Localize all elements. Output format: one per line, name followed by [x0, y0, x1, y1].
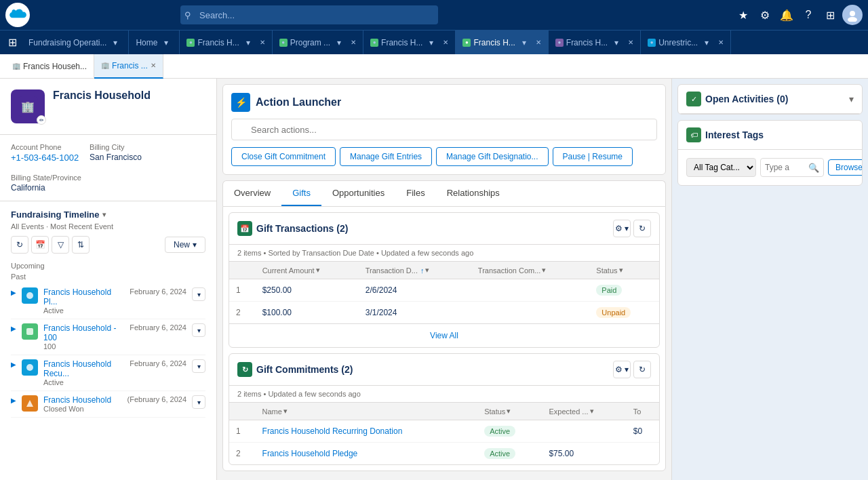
- tab-francis-3-more[interactable]: ▾: [518, 38, 530, 47]
- th-transaction-date[interactable]: Transaction D... ↑ ▾: [359, 262, 471, 279]
- setup-icon[interactable]: ⚙: [755, 5, 774, 24]
- tab-francis-4-close[interactable]: ✕: [628, 39, 633, 46]
- gc-name-link-1[interactable]: Francis Household Recurring Donation: [262, 426, 403, 436]
- timeline-calendar-btn[interactable]: 📅: [31, 236, 49, 254]
- tab-francis-1-more[interactable]: ▾: [242, 38, 254, 47]
- open-activities-expand-icon[interactable]: ▾: [849, 94, 854, 104]
- timeline-expand-3[interactable]: ▶: [11, 361, 16, 368]
- new-button[interactable]: New ▾: [165, 237, 205, 253]
- timeline-sort-btn[interactable]: ⇅: [72, 236, 90, 254]
- phone-value[interactable]: +1-503-645-1002: [11, 153, 79, 163]
- sub-tab-francis-household[interactable]: 🏢 Francis Househ...: [5, 54, 94, 79]
- gift-commitments-refresh-btn[interactable]: ↻: [633, 361, 651, 378]
- tab-francis-2-more[interactable]: ▾: [425, 38, 437, 47]
- tab-francis-2[interactable]: ● Francis H... ▾ ✕: [363, 31, 456, 55]
- gift-transactions-settings-btn[interactable]: ⚙ ▾: [613, 220, 631, 237]
- th-transaction-date-sort-icon[interactable]: ↑: [420, 266, 425, 275]
- timeline-item-title-1[interactable]: Francis Household Pl...: [43, 287, 124, 306]
- sub-tab-label-2: Francis ...: [112, 61, 148, 71]
- timeline-expand-4[interactable]: ▶: [11, 397, 16, 404]
- th-gc-status[interactable]: Status ▾: [477, 403, 542, 420]
- tab-home[interactable]: Home ▾: [129, 31, 180, 55]
- tab-unrestrict-close[interactable]: ✕: [718, 39, 724, 46]
- th-transaction-date-filter-icon[interactable]: ▾: [425, 266, 429, 275]
- th-gc-to[interactable]: To: [627, 403, 659, 420]
- tag-category-select[interactable]: All Tag Cat...: [686, 158, 756, 177]
- tab-francis-3-close[interactable]: ✕: [536, 39, 541, 46]
- timeline-item-title-4[interactable]: Francis Household: [43, 395, 122, 405]
- tab-home-more[interactable]: ▾: [160, 38, 172, 47]
- salesforce-logo[interactable]: [5, 3, 30, 27]
- tab-program-close[interactable]: ✕: [351, 39, 356, 46]
- th-transaction-com-sort-icon[interactable]: ▾: [542, 266, 546, 275]
- timeline-item-action-3[interactable]: ▾: [192, 359, 205, 373]
- tab-unrestrict[interactable]: ● Unrestric... ▾ ✕: [641, 31, 731, 55]
- tab-francis-4-more[interactable]: ▾: [610, 38, 623, 47]
- gift-transactions-refresh-btn[interactable]: ↻: [633, 220, 651, 237]
- th-status-sort-icon[interactable]: ▾: [619, 266, 623, 275]
- tab-files[interactable]: Files: [395, 181, 435, 206]
- favorites-icon[interactable]: ★: [734, 5, 753, 24]
- tab-unrestrict-more[interactable]: ▾: [701, 38, 713, 47]
- timeline-item-action-2[interactable]: ▾: [192, 323, 205, 337]
- timeline-chevron-icon[interactable]: ▾: [102, 211, 106, 218]
- gc-row-status-2: Active: [477, 443, 542, 465]
- timeline-filter-btn[interactable]: ▽: [52, 236, 69, 254]
- timeline-item-action-1[interactable]: ▾: [192, 287, 205, 301]
- timeline-item-action-4[interactable]: ▾: [192, 395, 205, 409]
- tab-overview[interactable]: Overview: [223, 181, 281, 206]
- avatar-edit-icon[interactable]: ✏: [37, 115, 46, 125]
- sub-tab-francis-current[interactable]: 🏢 Francis ... ✕: [94, 54, 163, 79]
- tab-francis-1-close[interactable]: ✕: [260, 39, 265, 46]
- gift-commitments-settings-btn[interactable]: ⚙ ▾: [613, 361, 631, 378]
- timeline-item-title-2[interactable]: Francis Household - 100: [43, 323, 124, 342]
- user-avatar[interactable]: [842, 5, 863, 25]
- billing-state-label: Billing State/Province: [11, 174, 81, 182]
- th-status[interactable]: Status ▾: [589, 262, 659, 279]
- gc-name-link-2[interactable]: Francis Household Pledge: [262, 449, 358, 458]
- tab-dot-2: ●: [370, 39, 378, 47]
- timeline-item-title-3[interactable]: Francis Household Recu...: [43, 359, 124, 378]
- action-search-input[interactable]: [231, 119, 657, 140]
- apps-icon[interactable]: ⊞: [821, 5, 840, 24]
- bell-icon[interactable]: 🔔: [777, 5, 796, 24]
- timeline-expand-1[interactable]: ▶: [11, 289, 16, 296]
- gc-row-name-2[interactable]: Francis Household Pledge: [256, 443, 478, 465]
- tab-francis-2-close[interactable]: ✕: [443, 39, 448, 46]
- app-tab-more[interactable]: ▾: [109, 38, 121, 47]
- close-gift-commitment-btn[interactable]: Close Gift Commitment: [231, 147, 336, 166]
- manage-gift-entries-btn[interactable]: Manage Gift Entries: [340, 147, 432, 166]
- global-search[interactable]: ⚲: [180, 5, 438, 24]
- th-gc-expected-sort-icon[interactable]: ▾: [590, 407, 594, 416]
- tab-opportunities[interactable]: Opportunities: [321, 181, 395, 206]
- tab-francis-4[interactable]: ● Francis H... ▾ ✕: [549, 31, 641, 55]
- manage-gift-designation-btn[interactable]: Manage Gift Designatio...: [436, 147, 548, 166]
- th-current-amount-sort-icon[interactable]: ▾: [316, 266, 320, 275]
- timeline-item-4: ▶ Francis Household Closed Won (February…: [11, 391, 205, 418]
- browse-tags-button[interactable]: Browse Tags: [828, 159, 863, 176]
- app-title-tab[interactable]: Fundraising Operati... ▾: [22, 31, 129, 55]
- th-transaction-com[interactable]: Transaction Com... ▾: [471, 262, 590, 279]
- th-gc-name-sort-icon[interactable]: ▾: [283, 407, 288, 416]
- tab-program-more[interactable]: ▾: [333, 38, 345, 47]
- action-launcher-header: ⚡ Action Launcher: [231, 93, 657, 112]
- th-gc-status-sort-icon[interactable]: ▾: [507, 407, 511, 416]
- pause-resume-btn[interactable]: Pause | Resume: [553, 147, 633, 166]
- tab-francis-3[interactable]: ● Francis H... ▾ ✕: [456, 31, 548, 55]
- tab-program[interactable]: ● Program ... ▾ ✕: [273, 31, 363, 55]
- help-icon[interactable]: ?: [799, 5, 818, 24]
- timeline-refresh-btn[interactable]: ↻: [11, 236, 28, 254]
- tab-gifts[interactable]: Gifts: [281, 181, 321, 206]
- tag-search-input[interactable]: [765, 163, 806, 172]
- sub-tab-close[interactable]: ✕: [151, 62, 156, 69]
- tab-francis-1[interactable]: ● Francis H... ▾ ✕: [180, 31, 272, 55]
- th-gc-name[interactable]: Name ▾: [256, 403, 478, 420]
- timeline-expand-2[interactable]: ▶: [11, 325, 16, 332]
- th-gc-expected[interactable]: Expected ... ▾: [542, 403, 626, 420]
- gift-transactions-view-all[interactable]: View All: [229, 323, 659, 347]
- apps-grid-icon[interactable]: ⊞: [3, 33, 22, 52]
- gc-row-name-1[interactable]: Francis Household Recurring Donation: [256, 420, 478, 443]
- search-input[interactable]: [180, 5, 438, 24]
- tab-relationships[interactable]: Relationships: [436, 181, 511, 206]
- th-current-amount[interactable]: Current Amount ▾: [256, 262, 359, 279]
